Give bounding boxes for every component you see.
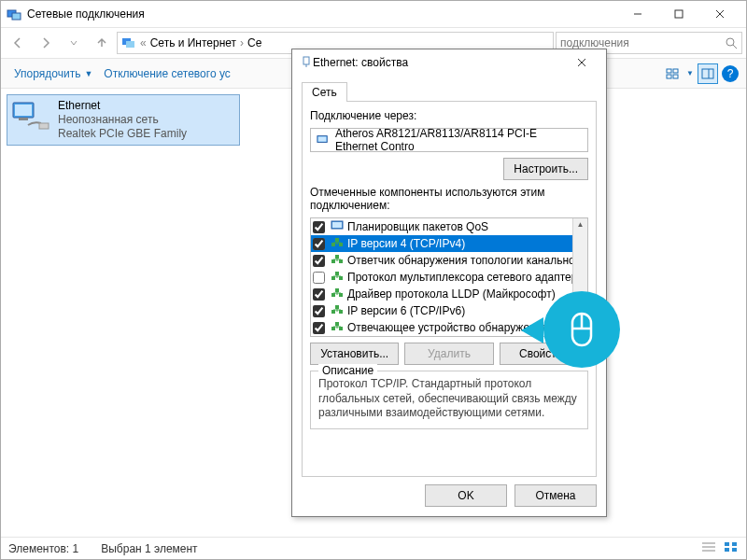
scroll-up-icon[interactable]: ▲ (575, 218, 586, 231)
view-menu[interactable] (662, 63, 683, 84)
dialog-close-button[interactable] (565, 51, 599, 74)
disable-device-button[interactable]: Отключение сетевого ус (98, 63, 235, 84)
dialog-title: Ethernet: свойства (313, 56, 565, 69)
svg-rect-25 (725, 548, 729, 552)
breadcrumb-seg-2[interactable]: Се (247, 36, 261, 49)
svg-rect-17 (15, 105, 32, 116)
protocol-icon (331, 254, 344, 268)
svg-rect-41 (339, 259, 343, 263)
component-label: IP версии 4 (TCP/IPv4) (347, 237, 465, 250)
protocol-icon (331, 321, 344, 335)
help-button[interactable]: ? (722, 65, 739, 82)
scrollbar[interactable]: ▲ ▼ (572, 218, 587, 336)
maximize-button[interactable] (658, 1, 699, 27)
component-checkbox[interactable] (313, 322, 325, 334)
ethernet-icon (11, 99, 50, 133)
cancel-button[interactable]: Отмена (514, 484, 597, 507)
breadcrumb-sep: « (140, 36, 147, 49)
component-row[interactable]: Драйвер протокола LLDP (Майкрософт) (311, 286, 587, 302)
svg-rect-52 (335, 288, 339, 292)
component-row[interactable]: Отвечающее устройство обнаружения тополо… (311, 319, 587, 336)
component-row[interactable]: Планировщик пакетов QoS (311, 218, 587, 235)
components-label: Отмеченные компоненты используются этим … (310, 186, 588, 212)
svg-rect-57 (335, 305, 339, 309)
organize-menu[interactable]: Упорядочить ▼ (8, 63, 98, 84)
status-item-count: Элементов: 1 (8, 542, 78, 555)
forward-button[interactable] (33, 32, 59, 54)
ethernet-properties-dialog: Ethernet: свойства Сеть Подключение чере… (291, 49, 607, 517)
folder-icon (121, 35, 136, 51)
component-checkbox[interactable] (313, 221, 325, 233)
svg-rect-36 (339, 243, 343, 246)
configure-button[interactable]: Настроить... (503, 158, 588, 180)
svg-rect-14 (702, 69, 713, 78)
scroll-down-icon[interactable]: ▼ (575, 324, 586, 336)
svg-rect-62 (335, 322, 339, 326)
svg-rect-10 (667, 69, 671, 73)
recent-button[interactable] (61, 32, 87, 54)
svg-point-8 (726, 38, 734, 46)
up-button[interactable] (89, 32, 115, 54)
preview-pane-toggle[interactable] (698, 63, 718, 84)
component-label: IP версии 6 (TCP/IPv6) (347, 304, 465, 317)
ok-button[interactable]: OK (425, 484, 507, 507)
dialog-icon (300, 55, 313, 71)
install-button[interactable]: Установить... (310, 343, 399, 365)
component-row[interactable]: IP версии 6 (TCP/IPv6) (311, 302, 587, 319)
minimize-button[interactable] (617, 1, 658, 27)
app-icon (7, 7, 21, 21)
component-row[interactable]: Ответчик обнаружения топологии канальног… (311, 252, 587, 269)
svg-rect-3 (675, 10, 683, 18)
component-checkbox[interactable] (313, 255, 325, 267)
svg-rect-1 (12, 13, 21, 20)
component-label: Драйвер протокола LLDP (Майкрософт) (347, 287, 556, 301)
large-icons-view-icon[interactable] (724, 541, 739, 555)
component-label: Планировщик пакетов QoS (347, 220, 488, 233)
properties-button[interactable]: Свойства (500, 343, 588, 365)
svg-rect-26 (732, 548, 737, 552)
svg-rect-35 (331, 243, 335, 246)
component-checkbox[interactable] (313, 272, 325, 284)
protocol-icon (331, 287, 344, 301)
breadcrumb-seg-1[interactable]: Сеть и Интернет (150, 36, 236, 49)
svg-rect-46 (339, 276, 343, 280)
connection-item-ethernet[interactable]: Ethernet Неопознанная сеть Realtek PCIe … (7, 94, 240, 146)
connect-via-label: Подключение через: (310, 109, 588, 122)
component-checkbox[interactable] (313, 238, 325, 250)
remove-button: Удалить (404, 343, 493, 365)
protocol-icon (331, 220, 344, 234)
tab-panel: Подключение через: Atheros AR8121/AR8113… (302, 101, 597, 477)
status-selected: Выбран 1 элемент (101, 542, 197, 555)
search-placeholder: подключения (560, 36, 722, 49)
adapter-display: Atheros AR8121/AR8113/AR8114 PCI-E Ether… (310, 128, 588, 152)
svg-rect-11 (673, 69, 678, 73)
component-label: Протокол мультиплексора сетевого адаптер… (347, 271, 588, 284)
component-checkbox[interactable] (313, 305, 325, 317)
status-bar: Элементов: 1 Выбран 1 элемент (1, 537, 746, 559)
svg-rect-37 (335, 238, 339, 242)
component-row[interactable]: IP версии 4 (TCP/IPv4) (311, 235, 587, 252)
protocol-icon (331, 271, 344, 285)
svg-line-9 (733, 45, 737, 49)
component-row[interactable]: Протокол мультиплексора сетевого адаптер… (311, 269, 587, 286)
tab-network[interactable]: Сеть (302, 82, 347, 102)
close-button[interactable] (699, 1, 740, 27)
component-checkbox[interactable] (313, 288, 325, 301)
window-title: Сетевые подключения (27, 7, 617, 21)
svg-rect-12 (667, 75, 671, 78)
protocol-icon (331, 304, 344, 318)
adapter-icon (317, 133, 330, 147)
titlebar: Сетевые подключения (1, 1, 746, 27)
svg-rect-56 (339, 310, 343, 314)
description-legend: Описание (318, 364, 377, 377)
details-view-icon[interactable] (701, 541, 716, 555)
svg-rect-13 (673, 75, 678, 78)
components-list[interactable]: Планировщик пакетов QoSIP версии 4 (TCP/… (310, 217, 588, 337)
chevron-right-icon: › (240, 36, 244, 49)
svg-rect-42 (335, 255, 339, 259)
svg-rect-23 (725, 542, 729, 546)
description-text: Протокол TCP/IP. Стандартный протокол гл… (318, 377, 580, 421)
back-button[interactable] (5, 32, 31, 54)
svg-rect-60 (331, 327, 335, 330)
connection-status: Неопознанная сеть (58, 113, 187, 127)
